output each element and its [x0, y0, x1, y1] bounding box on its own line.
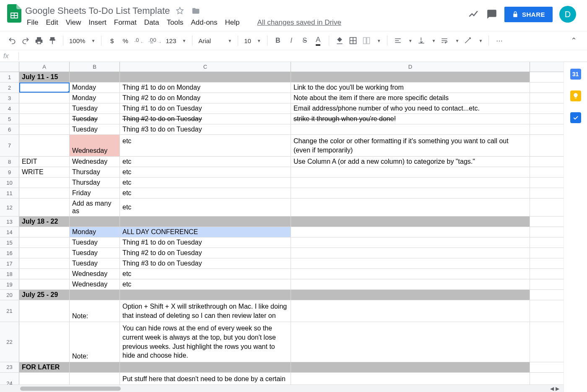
cell[interactable] — [291, 167, 530, 177]
row-header[interactable]: 23 — [0, 362, 19, 372]
formula-input[interactable] — [21, 50, 584, 62]
cell[interactable]: Monday — [70, 227, 120, 237]
cell[interactable] — [291, 258, 530, 268]
share-button[interactable]: SHARE — [504, 7, 553, 22]
cell[interactable] — [19, 199, 70, 216]
row-header[interactable]: 6 — [0, 124, 19, 134]
cell[interactable]: You can hide rows at the end of every we… — [120, 322, 291, 361]
row-header[interactable]: 13 — [0, 217, 19, 227]
cell[interactable]: Tuesday — [70, 258, 120, 268]
borders-button[interactable] — [348, 35, 358, 46]
cell[interactable]: Add as many as — [70, 199, 120, 216]
cell[interactable]: etc — [120, 199, 291, 216]
cell[interactable] — [291, 237, 530, 248]
cell[interactable] — [120, 72, 291, 82]
cell[interactable]: Tuesday — [70, 248, 120, 258]
cell[interactable]: etc — [120, 269, 291, 279]
cell[interactable] — [19, 103, 70, 113]
cell[interactable] — [291, 362, 530, 372]
cell[interactable] — [70, 362, 120, 372]
cell[interactable]: Tuesday — [70, 114, 120, 124]
cell[interactable]: Option + Shift + X will strikethrough on… — [120, 300, 291, 322]
row-header[interactable]: 2 — [0, 83, 19, 93]
increase-decimals-button[interactable]: .0̲0 → — [148, 35, 161, 46]
cell[interactable] — [19, 269, 70, 279]
text-color-button[interactable]: A — [314, 35, 323, 46]
collapse-toolbar-button[interactable]: ⌃ — [571, 36, 584, 45]
row-header[interactable]: 9 — [0, 167, 19, 177]
row-header[interactable]: 19 — [0, 279, 19, 289]
cell[interactable]: etc — [120, 167, 291, 177]
decrease-decimals-button[interactable]: .0 ← — [134, 35, 144, 46]
cell[interactable]: EDIT — [19, 157, 70, 167]
cell[interactable] — [19, 83, 70, 93]
cell[interactable] — [291, 227, 530, 237]
star-icon[interactable] — [174, 5, 186, 17]
comments-icon[interactable] — [486, 8, 498, 20]
cell[interactable]: July 25 - 29 — [19, 290, 70, 300]
cell[interactable]: etc — [120, 188, 291, 198]
row-header[interactable]: 7 — [0, 135, 19, 156]
row-header[interactable]: 20 — [0, 290, 19, 300]
cell[interactable] — [19, 135, 70, 156]
cell[interactable] — [291, 199, 530, 216]
cell[interactable]: etc — [120, 135, 291, 156]
cell[interactable] — [19, 300, 70, 322]
row-header[interactable]: 8 — [0, 157, 19, 167]
fill-color-button[interactable] — [335, 35, 344, 46]
menu-file[interactable]: File — [27, 18, 38, 27]
cell[interactable] — [291, 269, 530, 279]
cell[interactable] — [291, 178, 530, 188]
row-header[interactable]: 3 — [0, 93, 19, 103]
cell[interactable]: Thing #1 to do on Tuesday — [120, 237, 291, 248]
cell[interactable]: Thing #2 to do on Tuesday — [120, 114, 291, 124]
cell[interactable]: Wednesday — [70, 157, 120, 167]
cell[interactable] — [19, 178, 70, 188]
merge-button[interactable] — [362, 35, 371, 46]
col-header-b[interactable]: B — [70, 62, 120, 72]
keep-addon-icon[interactable] — [570, 90, 581, 101]
cell[interactable] — [70, 290, 120, 300]
cell[interactable]: Use Column A (or add a new column) to ca… — [291, 157, 530, 167]
row-header[interactable]: 1 — [0, 72, 19, 82]
cell[interactable] — [19, 227, 70, 237]
cell[interactable]: Thing #1 to do on Tuesday — [120, 103, 291, 113]
italic-button[interactable]: I — [287, 35, 296, 46]
cell[interactable] — [120, 290, 291, 300]
col-header-c[interactable]: C — [120, 62, 291, 72]
horizontal-scrollbar[interactable]: ◀▶ — [0, 384, 564, 392]
bold-button[interactable]: B — [273, 35, 283, 46]
number-format-button[interactable]: 123 — [166, 35, 176, 46]
cell[interactable]: Thing #1 to do on Monday — [120, 83, 291, 93]
cell[interactable]: FOR LATER — [19, 362, 70, 372]
cell[interactable]: Email address/phone number of who you ne… — [291, 103, 530, 113]
cell[interactable]: etc — [120, 157, 291, 167]
cell[interactable]: July 18 - 22 — [19, 217, 70, 227]
document-title[interactable]: Google Sheets To-Do List Template — [25, 5, 170, 16]
cell[interactable]: Tuesday — [70, 237, 120, 248]
cell[interactable] — [291, 300, 530, 322]
menu-tools[interactable]: Tools — [167, 18, 184, 27]
row-header[interactable]: 4 — [0, 103, 19, 113]
cell[interactable] — [70, 217, 120, 227]
cell[interactable]: Monday — [70, 83, 120, 93]
cell[interactable]: Thing #3 to do on Tuesday — [120, 124, 291, 134]
cell[interactable]: Note about the item if there are more sp… — [291, 93, 530, 103]
cell[interactable] — [19, 322, 70, 361]
fontsize-select[interactable]: 10 — [244, 37, 251, 44]
row-header[interactable]: 22 — [0, 322, 19, 361]
select-all-corner[interactable] — [0, 62, 19, 72]
row-header[interactable]: 17 — [0, 258, 19, 268]
row-header[interactable]: 16 — [0, 248, 19, 258]
cell[interactable] — [291, 290, 530, 300]
rotate-button[interactable] — [463, 35, 473, 46]
cell[interactable]: ALL DAY CONFERENCE — [120, 227, 291, 237]
cell[interactable]: Link to the doc you'll be working from — [291, 83, 530, 93]
strike-button[interactable]: S — [300, 35, 309, 46]
cell[interactable]: Tuesday — [70, 103, 120, 113]
cell[interactable] — [19, 373, 70, 384]
cell[interactable] — [291, 322, 530, 361]
saved-status[interactable]: All changes saved in Drive — [257, 18, 341, 27]
cell[interactable]: Thing #3 to do on Tuesday — [120, 258, 291, 268]
currency-button[interactable]: $ — [107, 35, 117, 46]
